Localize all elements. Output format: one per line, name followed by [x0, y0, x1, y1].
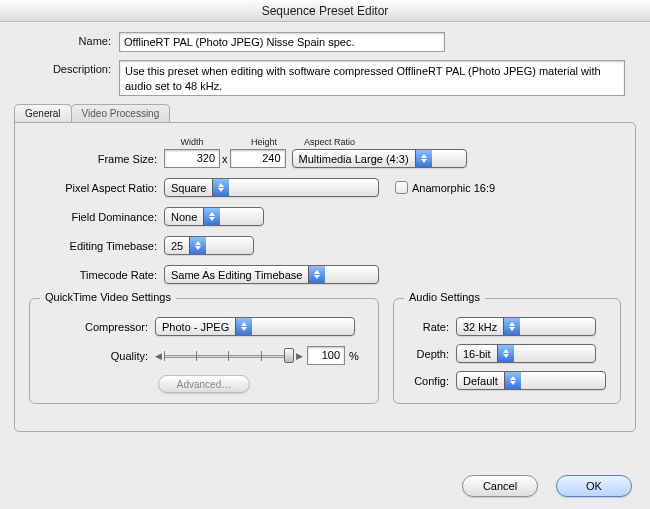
qt-group-title: QuickTime Video Settings [40, 291, 176, 303]
quality-label: Quality: [40, 350, 155, 362]
pixel-aspect-value: Square [165, 182, 212, 194]
config-value: Default [457, 375, 504, 387]
dropdown-arrows-icon [212, 179, 229, 196]
timecode-rate-label: Timecode Rate: [29, 269, 164, 281]
dropdown-arrows-icon [235, 318, 252, 335]
rate-select[interactable]: 32 kHz [456, 317, 596, 336]
config-select[interactable]: Default [456, 371, 606, 390]
dropdown-arrows-icon [504, 372, 521, 389]
dropdown-arrows-icon [497, 345, 514, 362]
rate-label: Rate: [404, 321, 456, 333]
name-label: Name: [14, 32, 119, 47]
description-label: Description: [14, 60, 119, 75]
x-separator: x [222, 153, 228, 165]
editing-timebase-label: Editing Timebase: [29, 240, 164, 252]
name-field[interactable] [119, 32, 445, 52]
tab-video-processing[interactable]: Video Processing [71, 104, 171, 123]
depth-label: Depth: [404, 348, 456, 360]
dropdown-arrows-icon [203, 208, 220, 225]
rate-value: 32 kHz [457, 321, 503, 333]
editing-timebase-value: 25 [165, 240, 189, 252]
audio-group-title: Audio Settings [404, 291, 485, 303]
compressor-select[interactable]: Photo - JPEG [155, 317, 355, 336]
dropdown-arrows-icon [415, 150, 432, 167]
timecode-rate-select[interactable]: Same As Editing Timebase [164, 265, 379, 284]
anamorphic-checkbox[interactable] [395, 181, 408, 194]
pixel-aspect-label: Pixel Aspect Ratio: [29, 182, 164, 194]
advanced-button[interactable]: Advanced… [158, 375, 250, 393]
dialog-buttons: Cancel OK [462, 475, 632, 497]
description-field[interactable]: Use this preset when editing with softwa… [119, 60, 625, 96]
anamorphic-label: Anamorphic 16:9 [412, 182, 495, 194]
aspect-ratio-value: Multimedia Large (4:3) [293, 153, 415, 165]
frame-width-input[interactable]: 320 [164, 149, 220, 168]
height-header: Height [236, 137, 292, 147]
main-panel: Name: Description: Use this preset when … [0, 22, 650, 509]
depth-value: 16-bit [457, 348, 497, 360]
depth-select[interactable]: 16-bit [456, 344, 596, 363]
tab-pane-general: Width Height Aspect Ratio Frame Size: 32… [14, 122, 636, 432]
quality-slider[interactable] [164, 349, 294, 363]
cancel-button[interactable]: Cancel [462, 475, 538, 497]
ok-button[interactable]: OK [556, 475, 632, 497]
tab-general[interactable]: General [14, 104, 72, 123]
frame-height-input[interactable]: 240 [230, 149, 286, 168]
aspect-header: Aspect Ratio [304, 137, 355, 147]
editing-timebase-select[interactable]: 25 [164, 236, 254, 255]
dropdown-arrows-icon [308, 266, 325, 283]
field-dominance-label: Field Dominance: [29, 211, 164, 223]
tab-bar: GeneralVideo Processing Width Height Asp… [14, 104, 636, 432]
window-titlebar: Sequence Preset Editor [0, 0, 650, 22]
compressor-label: Compressor: [40, 321, 155, 333]
chevron-left-icon: ◀ [155, 351, 162, 361]
frame-size-label: Frame Size: [29, 153, 164, 165]
dropdown-arrows-icon [189, 237, 206, 254]
quality-value-input[interactable]: 100 [307, 346, 345, 365]
window-title: Sequence Preset Editor [262, 4, 389, 18]
chevron-right-icon: ▶ [296, 351, 303, 361]
aspect-ratio-select[interactable]: Multimedia Large (4:3) [292, 149, 467, 168]
compressor-value: Photo - JPEG [156, 321, 235, 333]
field-dominance-value: None [165, 211, 203, 223]
audio-settings-group: Audio Settings Rate: 32 kHz Depth: 16-bi… [393, 298, 621, 404]
config-label: Config: [404, 375, 456, 387]
field-dominance-select[interactable]: None [164, 207, 264, 226]
pixel-aspect-select[interactable]: Square [164, 178, 379, 197]
timecode-rate-value: Same As Editing Timebase [165, 269, 308, 281]
quality-unit: % [349, 350, 359, 362]
dropdown-arrows-icon [503, 318, 520, 335]
width-header: Width [164, 137, 220, 147]
slider-thumb[interactable] [284, 348, 294, 363]
quicktime-video-settings-group: QuickTime Video Settings Compressor: Pho… [29, 298, 379, 404]
